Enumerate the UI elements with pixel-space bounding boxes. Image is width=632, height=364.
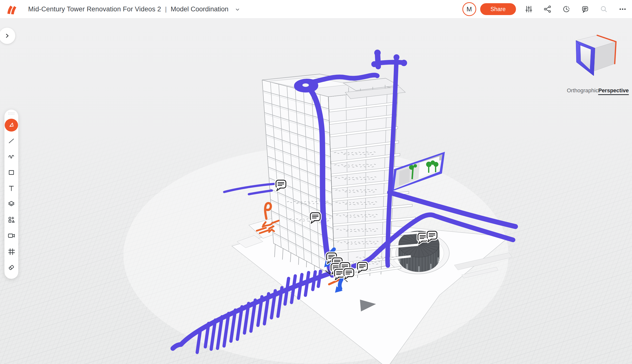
title-separator: | (165, 6, 167, 13)
comment-marker[interactable] (310, 213, 320, 223)
comments-button[interactable] (579, 3, 591, 15)
tool-line[interactable] (7, 137, 16, 145)
drawing-toolbar (5, 110, 18, 279)
document-title-group[interactable]: Mid-Century Tower Renovation For Videos … (28, 6, 240, 13)
more-button[interactable] (617, 3, 628, 15)
avatar-initial: M (467, 6, 472, 13)
search-button[interactable] (598, 3, 610, 15)
tool-shapes[interactable] (7, 216, 16, 224)
tool-layers[interactable] (7, 200, 16, 208)
comment-marker[interactable] (276, 180, 286, 191)
history-button[interactable] (560, 3, 572, 15)
grid-frame-icon (8, 248, 15, 256)
document-title: Mid-Century Tower Renovation For Videos … (28, 6, 161, 13)
adjust-sliders-icon (525, 5, 533, 13)
freehand-draw-icon (8, 153, 15, 161)
search-icon (600, 5, 608, 13)
insert-shapes-icon (8, 216, 15, 224)
chevron-right-icon (4, 32, 10, 39)
layers-icon (8, 200, 15, 208)
tool-eraser[interactable] (7, 263, 16, 271)
viewcube-panel: Orthographic Perspective (566, 32, 627, 95)
share-nodes-icon (543, 5, 552, 13)
app-header: Mid-Century Tower Renovation For Videos … (0, 0, 632, 18)
cursor-icon (7, 121, 16, 129)
document-subtitle: Model Coordination (171, 6, 228, 13)
line-icon (8, 137, 15, 145)
more-ellipsis-icon (618, 5, 627, 13)
share-nodes-button[interactable] (542, 3, 553, 15)
share-button[interactable]: Share (480, 3, 516, 15)
camera-icon (8, 232, 15, 240)
tool-camera[interactable] (7, 232, 16, 240)
tool-grid[interactable] (7, 247, 16, 256)
tool-text[interactable] (7, 184, 16, 192)
app-logo-icon[interactable] (6, 4, 18, 14)
orthographic-option[interactable]: Orthographic (567, 87, 598, 95)
tool-rectangle[interactable] (7, 168, 16, 176)
comments-icon (581, 5, 589, 13)
tool-select[interactable] (5, 119, 18, 132)
comment-marker[interactable] (344, 269, 354, 279)
tool-freehand[interactable] (7, 152, 16, 161)
comment-marker[interactable] (357, 262, 367, 273)
viewcube[interactable] (573, 32, 622, 84)
comment-marker[interactable] (427, 231, 437, 242)
history-clock-icon (562, 5, 570, 13)
viewport-canvas[interactable] (0, 18, 632, 364)
ink-blob-hole (302, 84, 309, 87)
chevron-down-icon[interactable] (235, 7, 240, 12)
text-icon (8, 184, 15, 192)
perspective-option[interactable]: Perspective (598, 87, 629, 95)
rectangle-icon (8, 168, 15, 176)
eraser-icon (8, 263, 15, 271)
viewport[interactable] (0, 18, 632, 364)
drag-handle[interactable] (8, 112, 15, 115)
avatar[interactable]: M (462, 2, 476, 16)
adjust-sliders-button[interactable] (523, 3, 535, 15)
